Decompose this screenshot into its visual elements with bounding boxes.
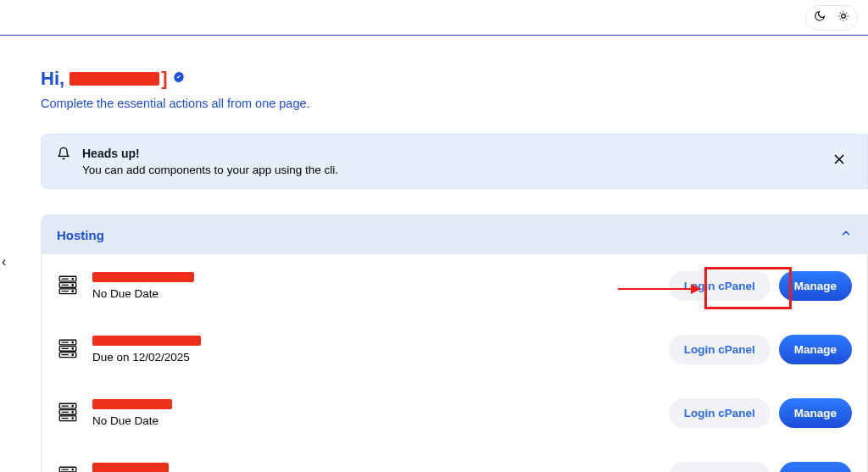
theme-switcher bbox=[805, 5, 858, 31]
greeting-prefix: Hi, bbox=[41, 68, 64, 90]
close-alert-button[interactable] bbox=[826, 147, 852, 175]
hosting-row: No Due Date Login cPanel Manage bbox=[42, 445, 867, 472]
page-greeting: Hi, ] bbox=[41, 68, 868, 90]
svg-point-27 bbox=[72, 417, 73, 418]
verified-icon bbox=[172, 70, 186, 87]
light-mode-button[interactable] bbox=[832, 8, 855, 28]
sun-icon bbox=[837, 10, 849, 25]
server-icon bbox=[57, 337, 79, 363]
server-icon bbox=[57, 464, 79, 473]
server-icon bbox=[57, 274, 79, 299]
svg-point-16 bbox=[72, 342, 73, 342]
hosting-section: Hosting No Due Date Login cPanel Manage … bbox=[41, 214, 868, 472]
redacted-trailing-mark: ] bbox=[161, 72, 167, 86]
info-alert: Heads up! You can add components to your… bbox=[41, 134, 868, 189]
svg-point-34 bbox=[72, 469, 73, 469]
bell-icon bbox=[57, 147, 70, 164]
manage-button[interactable]: Manage bbox=[779, 335, 852, 364]
svg-point-7 bbox=[72, 278, 73, 279]
hosting-section-title: Hosting bbox=[57, 228, 104, 242]
svg-point-0 bbox=[842, 14, 846, 19]
redacted-hostname bbox=[92, 399, 172, 409]
hosting-due-date: No Due Date bbox=[92, 287, 655, 300]
close-icon bbox=[832, 152, 847, 170]
redacted-username bbox=[70, 72, 159, 86]
alert-message: You can add components to your app using… bbox=[82, 164, 815, 176]
alert-title: Heads up! bbox=[82, 147, 815, 160]
svg-point-18 bbox=[72, 353, 73, 354]
redacted-hostname bbox=[92, 272, 194, 282]
chevron-up-icon bbox=[840, 227, 852, 242]
svg-point-8 bbox=[72, 284, 73, 285]
svg-point-26 bbox=[72, 411, 73, 412]
truncated-chevron-icon: ‹ bbox=[2, 254, 6, 269]
hosting-row: No Due Date Login cPanel Manage bbox=[42, 381, 867, 445]
hosting-row: No Due Date Login cPanel Manage bbox=[42, 254, 867, 318]
login-cpanel-button[interactable]: Login cPanel bbox=[669, 335, 771, 364]
hosting-due-date: No Due Date bbox=[92, 414, 655, 427]
moon-icon bbox=[814, 10, 826, 25]
login-cpanel-button[interactable]: Login cPanel bbox=[669, 271, 771, 301]
server-icon bbox=[57, 401, 79, 426]
svg-point-25 bbox=[72, 405, 73, 406]
svg-point-17 bbox=[72, 347, 73, 348]
svg-point-9 bbox=[72, 290, 73, 291]
login-cpanel-button[interactable]: Login cPanel bbox=[669, 462, 771, 472]
hosting-section-header[interactable]: Hosting bbox=[42, 215, 867, 254]
hosting-due-date: Due on 12/02/2025 bbox=[92, 351, 655, 364]
hosting-row: Due on 12/02/2025 Login cPanel Manage bbox=[42, 318, 867, 381]
page-subtitle: Complete the essential actions all from … bbox=[41, 97, 868, 110]
redacted-hostname bbox=[92, 336, 201, 346]
manage-button[interactable]: Manage bbox=[779, 398, 852, 428]
manage-button[interactable]: Manage bbox=[779, 462, 852, 472]
login-cpanel-button[interactable]: Login cPanel bbox=[669, 398, 771, 428]
manage-button[interactable]: Manage bbox=[779, 271, 852, 301]
redacted-hostname bbox=[92, 463, 169, 472]
dark-mode-button[interactable] bbox=[808, 8, 832, 28]
